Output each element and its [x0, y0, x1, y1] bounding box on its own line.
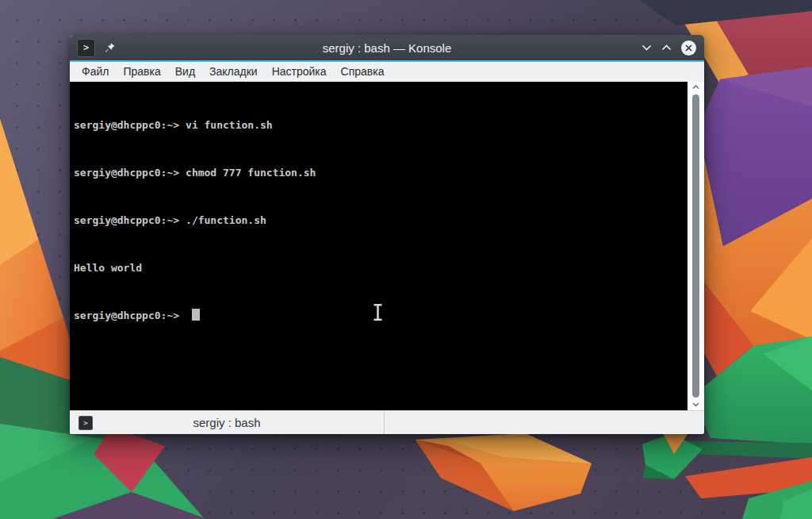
- menu-item-settings[interactable]: Настройка: [265, 62, 334, 82]
- menu-item-edit[interactable]: Правка: [116, 62, 167, 82]
- terminal-block-cursor: [192, 309, 200, 321]
- menu-item-bookmarks[interactable]: Закладки: [202, 62, 265, 82]
- terminal-prompt-glyph: >: [83, 42, 89, 53]
- menu-item-file[interactable]: Файл: [75, 62, 116, 82]
- terminal-line: sergiy@dhcppc0:~>chmod 777 function.sh: [74, 165, 688, 181]
- desktop: > sergiy : bash — Konsole: [0, 0, 812, 519]
- tabbar-empty-space[interactable]: [385, 411, 704, 434]
- command-output: Hello world: [74, 262, 142, 274]
- shell-command: chmod 777 function.sh: [186, 167, 316, 179]
- scrollbar-thumb[interactable]: [692, 94, 699, 398]
- scroll-down-arrow-icon[interactable]: [692, 399, 699, 410]
- tab-sergiy-bash[interactable]: > sergiy : bash: [70, 411, 385, 434]
- close-button[interactable]: [681, 40, 696, 56]
- shell-prompt: sergiy@dhcppc0:~>: [74, 167, 179, 179]
- konsole-tab-icon: >: [79, 416, 93, 430]
- terminal-output-area[interactable]: sergiy@dhcppc0:~>vi function.sh sergiy@d…: [70, 82, 688, 410]
- terminal-scrollbar[interactable]: [688, 82, 704, 410]
- menu-item-help[interactable]: Справка: [334, 62, 392, 82]
- shell-command: vi function.sh: [186, 119, 273, 131]
- minimize-button[interactable]: [642, 44, 652, 51]
- konsole-window: > sergiy : bash — Konsole: [70, 35, 704, 434]
- shell-command: ./function.sh: [186, 214, 266, 226]
- shell-prompt: sergiy@dhcppc0:~>: [74, 214, 179, 226]
- maximize-button[interactable]: [661, 44, 672, 51]
- menubar: Файл Правка Вид Закладки Настройка Справ…: [70, 62, 704, 82]
- terminal-line: Hello world: [74, 260, 688, 276]
- tab-label: sergiy : bash: [193, 416, 260, 429]
- mouse-ibeam-cursor: [372, 303, 384, 325]
- close-icon: [685, 44, 692, 52]
- menu-item-view[interactable]: Вид: [168, 62, 202, 82]
- terminal-line: sergiy@dhcppc0:~>vi function.sh: [74, 117, 688, 133]
- scroll-up-arrow-icon[interactable]: [692, 82, 699, 93]
- titlebar[interactable]: > sergiy : bash — Konsole: [70, 35, 704, 60]
- tabbar: > sergiy : bash: [70, 410, 704, 434]
- shell-prompt: sergiy@dhcppc0:~>: [74, 309, 179, 321]
- pin-icon[interactable]: [104, 42, 116, 54]
- window-title: sergiy : bash — Konsole: [70, 41, 704, 55]
- terminal-line: sergiy@dhcppc0:~>./function.sh: [74, 213, 688, 229]
- konsole-app-icon[interactable]: >: [77, 39, 95, 57]
- shell-prompt: sergiy@dhcppc0:~>: [74, 119, 179, 131]
- terminal-prompt-glyph: >: [83, 419, 87, 427]
